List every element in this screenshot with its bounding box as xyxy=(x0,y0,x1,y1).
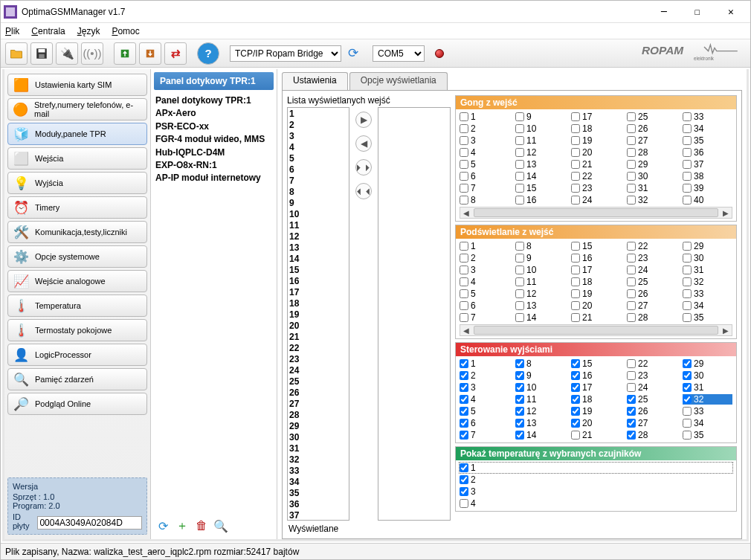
sidebar-item-5[interactable]: ⏰Timery xyxy=(7,196,147,219)
checkbox-23[interactable]: 23 xyxy=(627,253,677,263)
checkbox-input[interactable] xyxy=(683,313,692,322)
list-item[interactable]: 12 xyxy=(289,231,347,242)
checkbox-28[interactable]: 28 xyxy=(627,430,677,440)
checkbox-30[interactable]: 30 xyxy=(683,253,732,263)
checkbox-input[interactable] xyxy=(627,196,636,205)
checkbox-33[interactable]: 33 xyxy=(683,289,732,299)
checkbox-input[interactable] xyxy=(571,301,580,310)
list-item[interactable]: 30 xyxy=(289,432,347,443)
checkbox-14[interactable]: 14 xyxy=(515,312,565,323)
checkbox-35[interactable]: 35 xyxy=(683,135,732,146)
checkbox-input[interactable] xyxy=(515,265,524,274)
checkbox-input[interactable] xyxy=(460,277,468,286)
checkbox-input[interactable] xyxy=(627,313,636,322)
checkbox-15[interactable]: 15 xyxy=(571,241,621,251)
antenna-button[interactable]: ((•)) xyxy=(81,42,103,65)
checkbox-9[interactable]: 9 xyxy=(515,370,565,381)
checkbox-input[interactable] xyxy=(460,124,468,133)
sidebar-item-13[interactable]: 🔎Podgląd Online xyxy=(7,393,147,415)
move-right-icon[interactable]: ▶ xyxy=(355,112,372,128)
checkbox-input[interactable] xyxy=(460,419,468,428)
checkbox-input[interactable] xyxy=(683,196,692,205)
checkbox-1[interactable]: 1 xyxy=(460,358,509,369)
checkbox-18[interactable]: 18 xyxy=(571,277,621,287)
checkbox-input[interactable] xyxy=(627,136,636,145)
chip-down-button[interactable] xyxy=(139,42,161,65)
checkbox-5[interactable]: 5 xyxy=(460,289,509,299)
checkbox-input[interactable] xyxy=(460,407,468,416)
menu-jezyk[interactable]: Język xyxy=(77,26,100,36)
list-item[interactable]: 8 xyxy=(289,187,347,198)
checkbox-6[interactable]: 6 xyxy=(460,171,509,181)
checkbox-14[interactable]: 14 xyxy=(515,430,565,440)
checkbox-13[interactable]: 13 xyxy=(515,300,565,311)
menu-centrala[interactable]: Centrala xyxy=(31,26,65,36)
tab-ustawienia[interactable]: Ustawienia xyxy=(282,72,348,90)
list-item[interactable]: 11 xyxy=(289,220,347,231)
checkbox-3[interactable]: 3 xyxy=(460,486,732,497)
checkbox-input[interactable] xyxy=(515,196,524,205)
checkbox-input[interactable] xyxy=(460,463,468,472)
checkbox-19[interactable]: 19 xyxy=(571,289,621,299)
checkbox-33[interactable]: 33 xyxy=(683,112,732,122)
checkbox-input[interactable] xyxy=(627,301,636,310)
checkbox-32[interactable]: 32 xyxy=(683,394,732,405)
checkbox-input[interactable] xyxy=(515,419,524,428)
gong-hscroll[interactable]: ◀▶ xyxy=(460,207,732,219)
checkbox-10[interactable]: 10 xyxy=(515,265,565,275)
checkbox-input[interactable] xyxy=(683,254,692,263)
list-item[interactable]: 20 xyxy=(289,321,347,332)
inputs-dest-list[interactable] xyxy=(378,107,451,521)
tree-item[interactable]: PSR-ECO-xx xyxy=(155,120,272,133)
checkbox-17[interactable]: 17 xyxy=(571,112,621,122)
checkbox-14[interactable]: 14 xyxy=(515,171,565,181)
sidebar-item-7[interactable]: ⚙️Opcje systemowe xyxy=(7,245,147,268)
list-item[interactable]: 2 xyxy=(289,120,347,131)
checkbox-input[interactable] xyxy=(683,184,692,193)
checkbox-input[interactable] xyxy=(460,431,468,440)
checkbox-input[interactable] xyxy=(683,359,692,368)
checkbox-input[interactable] xyxy=(627,359,636,368)
checkbox-input[interactable] xyxy=(515,395,524,404)
checkbox-4[interactable]: 4 xyxy=(460,394,509,405)
checkbox-29[interactable]: 29 xyxy=(683,241,732,251)
checkbox-20[interactable]: 20 xyxy=(571,300,621,311)
checkbox-20[interactable]: 20 xyxy=(571,418,621,428)
maximize-button[interactable]: ☐ xyxy=(681,1,714,22)
checkbox-8[interactable]: 8 xyxy=(460,195,509,205)
sidebar-item-1[interactable]: 🟠Strefy,numery telefonów, e-mail xyxy=(7,98,147,120)
checkbox-input[interactable] xyxy=(627,289,636,298)
checkbox-25[interactable]: 25 xyxy=(627,277,677,287)
checkbox-6[interactable]: 6 xyxy=(460,300,509,311)
list-item[interactable]: 1 xyxy=(289,109,347,120)
com-select[interactable]: COM5 xyxy=(373,45,425,62)
checkbox-30[interactable]: 30 xyxy=(627,171,677,181)
checkbox-input[interactable] xyxy=(683,383,692,392)
checkbox-input[interactable] xyxy=(683,289,692,298)
list-item[interactable]: 35 xyxy=(289,488,347,499)
checkbox-32[interactable]: 32 xyxy=(627,195,677,205)
checkbox-34[interactable]: 34 xyxy=(683,300,732,311)
checkbox-15[interactable]: 15 xyxy=(571,358,621,369)
checkbox-40[interactable]: 40 xyxy=(683,195,732,205)
checkbox-input[interactable] xyxy=(515,124,524,133)
disconnect-button[interactable]: 🔌 xyxy=(56,42,78,65)
list-item[interactable]: 36 xyxy=(289,499,347,510)
checkbox-10[interactable]: 10 xyxy=(515,382,565,393)
list-item[interactable]: 31 xyxy=(289,443,347,454)
checkbox-input[interactable] xyxy=(515,407,524,416)
checkbox-input[interactable] xyxy=(515,112,524,121)
checkbox-38[interactable]: 38 xyxy=(683,171,732,181)
list-item[interactable]: 6 xyxy=(289,164,347,176)
list-item[interactable]: 33 xyxy=(289,466,347,477)
checkbox-2[interactable]: 2 xyxy=(460,253,509,263)
checkbox-input[interactable] xyxy=(460,184,468,193)
list-item[interactable]: 5 xyxy=(289,153,347,164)
checkbox-24[interactable]: 24 xyxy=(627,382,677,393)
checkbox-input[interactable] xyxy=(460,499,468,508)
checkbox-3[interactable]: 3 xyxy=(460,135,509,146)
checkbox-input[interactable] xyxy=(460,148,468,157)
checkbox-6[interactable]: 6 xyxy=(460,418,509,428)
checkbox-input[interactable] xyxy=(683,148,692,157)
checkbox-input[interactable] xyxy=(571,242,580,251)
